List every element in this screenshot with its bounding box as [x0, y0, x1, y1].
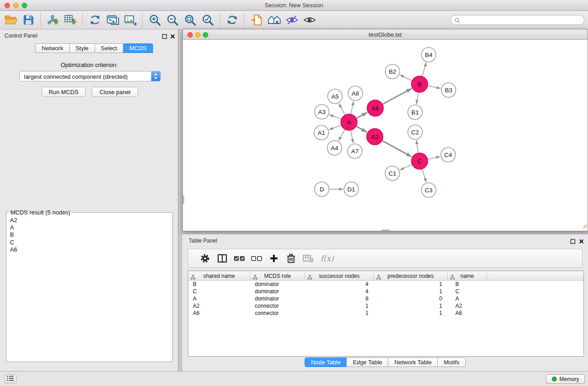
table-row[interactable]: Adominator80A [188, 295, 583, 302]
tab-network[interactable]: Network [35, 43, 70, 53]
memory-button[interactable]: Memory [546, 374, 585, 384]
network-edge-A6-B[interactable] [383, 89, 412, 105]
open-session-icon[interactable] [2, 12, 19, 28]
network-edge-A-A3[interactable] [330, 114, 341, 119]
tab-select[interactable]: Select [95, 43, 124, 53]
show-columns-icon[interactable] [214, 251, 231, 266]
network-node-A6[interactable]: A6 [367, 100, 383, 116]
deselect-all-icon[interactable] [248, 251, 265, 266]
tab-style[interactable]: Style [69, 43, 95, 53]
tab-network-table[interactable]: Network Table [388, 357, 438, 367]
network-edge-A-A4[interactable] [339, 130, 345, 141]
network-node-B3[interactable]: B3 [441, 83, 456, 97]
column-header-successor-nodes[interactable]: successor nodes [305, 271, 374, 281]
network-edge-B-B4[interactable] [422, 62, 426, 76]
optimization-criterion-select[interactable]: largest connected component (directed) [19, 71, 161, 81]
network-edge-B-B2[interactable] [400, 75, 412, 81]
network-node-B[interactable]: B [411, 76, 428, 92]
network-node-A8[interactable]: A8 [348, 86, 363, 100]
network-node-A2[interactable]: A2 [367, 129, 383, 145]
horizontal-scroll-indicator[interactable] [382, 229, 390, 231]
network-node-C1[interactable]: C1 [385, 166, 400, 181]
mcds-result-item[interactable]: C [10, 239, 172, 246]
mcds-result-item[interactable]: B [10, 231, 172, 238]
network-node-B4[interactable]: B4 [421, 48, 436, 62]
vertical-scroll-indicator[interactable] [183, 195, 184, 204]
network-node-B1[interactable]: B1 [408, 105, 422, 119]
network-edge-A-A5[interactable] [339, 104, 345, 115]
paste-network-icon[interactable] [248, 12, 265, 28]
network-node-A4[interactable]: A4 [327, 141, 342, 155]
network-node-C4[interactable]: C4 [441, 148, 455, 162]
add-row-icon[interactable] [265, 251, 282, 266]
network-node-A5[interactable]: A5 [328, 89, 342, 104]
network-edge-B-B3[interactable] [428, 86, 441, 89]
table-row[interactable]: A2connector11A2 [188, 302, 583, 310]
import-table-file-icon[interactable] [62, 12, 79, 28]
network-node-A1[interactable]: A1 [314, 125, 329, 140]
network-edge-A-A8[interactable] [351, 101, 354, 114]
mcds-result-item[interactable]: A2 [10, 217, 172, 224]
network-canvas[interactable]: A A1 A2 A3 A4 A5 A6 A7 A8 B B1 B2 B3 [183, 40, 588, 231]
delete-table-icon[interactable] [300, 251, 317, 266]
tab-mcds[interactable]: MCDS [123, 43, 153, 53]
column-header-MCDS-role[interactable]: MCDS role [250, 271, 305, 281]
table-settings-icon[interactable] [196, 251, 214, 266]
zoom-selected-icon[interactable] [199, 12, 216, 28]
close-panel-icon[interactable] [169, 33, 176, 39]
table-row[interactable]: A6connector11A6 [188, 310, 583, 317]
tab-node-table[interactable]: Node Table [305, 357, 347, 367]
resize-grip-icon[interactable] [582, 222, 587, 230]
network-node-B2[interactable]: B2 [385, 64, 400, 79]
run-mcds-button[interactable]: Run MCDS [42, 87, 86, 97]
network-node-D1[interactable]: D1 [344, 182, 359, 196]
style-visibility-icon[interactable] [283, 12, 301, 28]
float-panel-icon[interactable] [161, 33, 167, 39]
network-edge-A2-C[interactable] [382, 141, 412, 157]
column-header-shared-name[interactable]: shared name [188, 271, 250, 281]
network-edge-C-C1[interactable] [400, 165, 411, 170]
function-builder-icon[interactable]: f(x) [320, 254, 334, 263]
table-row[interactable]: Bdominator41B [188, 281, 583, 288]
column-header-name[interactable]: name [448, 271, 487, 281]
zoom-in-icon[interactable] [146, 12, 163, 28]
network-node-C2[interactable]: C2 [408, 125, 422, 139]
mcds-result-item[interactable]: A [10, 224, 172, 231]
network-edge-C-C4[interactable] [428, 157, 440, 159]
network-edge-B-B1[interactable] [416, 93, 418, 104]
save-session-icon[interactable] [19, 12, 37, 28]
network-edge-A-A2[interactable] [357, 126, 367, 132]
network-node-A[interactable]: A [341, 114, 357, 130]
import-network-file-icon[interactable] [44, 12, 62, 28]
network-node-A7[interactable]: A7 [348, 144, 362, 158]
network-node-A3[interactable]: A3 [315, 105, 329, 119]
delete-row-icon[interactable] [282, 251, 300, 266]
table-row[interactable]: Cdominator41C [188, 288, 583, 295]
zoom-fit-icon[interactable] [181, 12, 199, 28]
network-edge-A-A6[interactable] [357, 112, 368, 118]
refresh-layout-icon[interactable] [223, 12, 241, 28]
network-edge-A-A7[interactable] [351, 131, 354, 143]
network-node-D[interactable]: D [315, 182, 329, 196]
status-menu-button[interactable] [5, 374, 16, 383]
zoom-out-icon[interactable] [163, 12, 181, 28]
network-node-C3[interactable]: C3 [421, 183, 436, 197]
select-all-icon[interactable] [231, 251, 248, 266]
show-graphics-icon[interactable] [301, 12, 318, 28]
network-overview-icon[interactable] [265, 12, 283, 28]
network-edge-C-C3[interactable] [422, 169, 426, 182]
search-input[interactable] [462, 16, 581, 24]
float-table-panel-icon[interactable] [569, 238, 576, 244]
network-edge-A-A1[interactable] [329, 125, 341, 130]
tab-edge-table[interactable]: Edge Table [346, 357, 388, 367]
network-edge-C-C2[interactable] [416, 140, 418, 152]
column-header-predecessor-nodes[interactable]: predecessor nodes [374, 271, 448, 281]
close-panel-button[interactable]: Close panel [92, 87, 138, 97]
tab-motifs[interactable]: Motifs [437, 357, 466, 367]
clone-network-icon[interactable] [104, 12, 121, 28]
close-table-panel-icon[interactable] [578, 238, 584, 244]
network-node-C[interactable]: C [411, 153, 428, 169]
export-image-icon[interactable] [121, 12, 139, 28]
new-network-icon[interactable] [86, 12, 104, 28]
mcds-result-item[interactable]: A6 [10, 246, 172, 253]
